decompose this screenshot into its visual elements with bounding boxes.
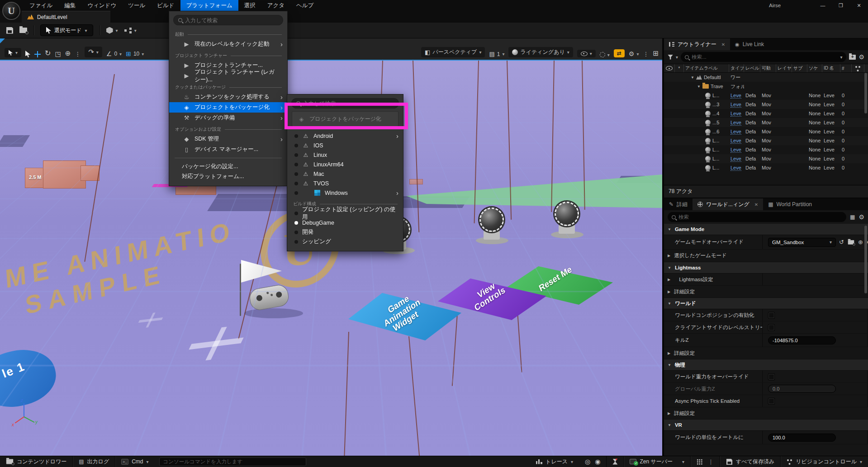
close-button[interactable]: ✕ — [850, 0, 868, 11]
close-tab-icon[interactable]: ✕ — [721, 42, 725, 47]
column-mobility[interactable]: 可動 — [760, 64, 776, 72]
task-status-button[interactable] — [606, 456, 624, 467]
menu-item-cook-package[interactable]: ⚒ デバッグの準備› — [169, 113, 287, 123]
outliner-world-row[interactable]: ▼DefaultI ワー — [664, 73, 868, 82]
close-tab-icon[interactable]: ✕ — [754, 202, 758, 207]
menu-search[interactable] — [173, 15, 283, 25]
outliner-scrollbar[interactable] — [864, 73, 867, 113]
type-link[interactable]: Leve — [730, 111, 741, 117]
console-command-dropdown[interactable]: >_ Cmd▾ — [115, 456, 154, 467]
type-link[interactable]: Leve — [730, 102, 741, 108]
chevron-down-icon[interactable]: ▾ — [840, 55, 842, 60]
add-actor-button[interactable]: +▾ — [106, 27, 118, 34]
kill-z-input[interactable] — [768, 336, 836, 344]
scale-tool-button[interactable]: ◳ — [55, 50, 61, 57]
outliner-search[interactable]: ▾ — [681, 52, 846, 62]
camera-speed-button[interactable]: ⇄ — [614, 49, 625, 57]
menu-item-platform[interactable]: ⚠ LinuxArm64 — [287, 160, 403, 169]
add-icon[interactable]: ⊕ — [858, 239, 863, 245]
menu-item-settings-link[interactable]: 対応プラットフォーム... — [169, 171, 287, 181]
game-mode-override-dropdown[interactable]: GM_Sandbox▾ — [768, 238, 836, 247]
type-link[interactable]: Leve — [730, 120, 741, 126]
details-search[interactable] — [668, 212, 846, 222]
select-mode-dropdown[interactable]: 選択モード ▾ — [40, 24, 93, 36]
content-browser-button[interactable] — [19, 28, 27, 33]
tab-details[interactable]: ✎ 詳細 — [664, 198, 693, 210]
outliner-folder-row[interactable]: ▼Trave フォル — [664, 82, 868, 91]
tab-live-link[interactable]: ◉ Live Link — [730, 38, 769, 50]
details-scrollbar[interactable] — [864, 226, 867, 293]
world-to-meters-input[interactable] — [768, 434, 836, 442]
details-search-input[interactable] — [678, 214, 842, 220]
menubar-item[interactable]: 選択 — [238, 0, 261, 11]
outliner-actor-row[interactable]: ...4 Leve Defa Mov None Leve 0 — [664, 109, 868, 118]
camera-sphere-actor[interactable] — [555, 202, 579, 226]
world-composition-checkbox[interactable] — [768, 312, 775, 319]
section-world[interactable]: ▼ワールド — [664, 298, 868, 309]
outliner-search-input[interactable] — [692, 54, 837, 60]
menu-search-input[interactable] — [185, 17, 278, 24]
outliner-actor-row[interactable]: L... Leve Defa Mov None Leve 0 — [664, 91, 868, 100]
menubar-item[interactable]: ビルド — [151, 0, 180, 11]
section-vr[interactable]: ▼VR — [664, 420, 868, 431]
menubar-item[interactable]: ファイル — [24, 0, 58, 11]
world-coordinate-button[interactable]: ⊕ — [65, 49, 71, 57]
type-link[interactable]: Leve — [730, 129, 741, 135]
perspective-dropdown[interactable]: ◧パースペクティブ▾ — [421, 47, 485, 57]
menu-item-settings-link[interactable]: パッケージ化の設定... — [169, 161, 287, 171]
transform-tool-dropdown[interactable]: ▾ — [5, 48, 21, 57]
outliner-actor-row[interactable]: ...3 Leve Defa Mov None Leve 0 — [664, 100, 868, 109]
revision-control-dropdown[interactable]: リビジョンコントロール▾ — [781, 456, 868, 467]
menu-item-platform[interactable]: ⚠ Linux — [287, 150, 403, 160]
measure-block-actor[interactable] — [81, 165, 100, 181]
row-physics-advanced[interactable]: ▶詳細設定 — [664, 407, 868, 420]
angle-snap-dropdown[interactable]: ∠0▾ — [106, 50, 122, 57]
type-link[interactable]: Leve — [730, 138, 741, 144]
type-link[interactable]: Leve — [730, 156, 741, 162]
add-folder-icon[interactable] — [849, 55, 856, 60]
zen-server-dropdown[interactable]: Zen サーバー▾ — [624, 456, 691, 467]
move-tool-button[interactable] — [34, 51, 41, 57]
content-drawer-button[interactable]: コンテンツドロワー — [0, 456, 73, 467]
menu-item-project-launcher[interactable]: ▶ プロジェクト ランチャー (レガシー)... — [169, 71, 287, 81]
outliner-actor-row[interactable]: L... Leve Defa Mov None Leve 0 — [664, 163, 868, 172]
column-type[interactable]: タイプ — [729, 64, 744, 72]
gravity-override-checkbox[interactable] — [768, 373, 775, 380]
console-command-input[interactable] — [159, 458, 306, 466]
async-physics-checkbox[interactable] — [768, 398, 775, 405]
tool-options-menu[interactable]: ⋮ — [75, 51, 81, 57]
tab-world-partition[interactable]: ▦ World Partition — [763, 198, 817, 210]
row-selected-game-mode[interactable]: ▶選択したゲームモード — [664, 250, 868, 262]
measure-block-actor[interactable] — [409, 179, 423, 184]
menu-item-cook-package[interactable]: ♨ コンテンツをクック処理する› — [169, 92, 287, 102]
menu-item-platform[interactable]: ⚠ IOS — [287, 141, 403, 150]
filter-chevron-icon[interactable]: ▾ — [676, 55, 678, 60]
effects-dropdown[interactable]: ▾ — [600, 52, 610, 57]
menu-item-platform[interactable]: ⚠ Android › — [287, 131, 403, 141]
section-game-mode[interactable]: ▼Game Mode — [664, 224, 868, 235]
view-mode-dropdown[interactable]: ライティングあり▾ — [508, 47, 573, 57]
menu-item-quick-launch[interactable]: ▶ 現在のレベルをクイック起動› — [169, 39, 287, 49]
tab-default-level[interactable]: DefaultLevel — [22, 11, 110, 23]
viewport-options-menu[interactable]: ⋮ — [643, 51, 649, 57]
snap-rotate-dropdown[interactable]: ↷▾ — [85, 47, 102, 57]
menu-item-platform[interactable]: ⚠ TVOS — [287, 179, 403, 188]
column-link[interactable] — [852, 64, 864, 72]
column-sublevel[interactable]: サブ — [792, 64, 807, 72]
trace-dropdown[interactable]: トレース▾ — [530, 456, 579, 467]
menu-item-platform[interactable]: Windows › — [287, 188, 403, 198]
column-visibility[interactable] — [664, 64, 675, 72]
browse-icon[interactable] — [848, 240, 854, 245]
row-lightmass-settings[interactable]: ▶ Lightmass設定 — [664, 274, 868, 286]
outliner-actor-row[interactable]: L... Leve Defa Mov None Leve 0 — [664, 154, 868, 163]
use-selected-icon[interactable]: ↺ — [839, 239, 844, 245]
record-icon[interactable]: ◎ — [585, 458, 590, 465]
rotate-tool-button[interactable]: ↻ — [45, 49, 51, 57]
row-world-advanced[interactable]: ▶詳細設定 — [664, 347, 868, 359]
blueprints-button[interactable]: ▾ — [124, 28, 137, 33]
column-layer[interactable]: レイヤ — [776, 64, 792, 72]
output-log-button[interactable]: ▤ 出力ログ — [73, 456, 115, 467]
menu-item-build-config[interactable]: 開発 — [287, 227, 403, 237]
save-button[interactable] — [6, 27, 13, 34]
grid-snap-dropdown[interactable]: ⊞10▾ — [126, 50, 144, 57]
